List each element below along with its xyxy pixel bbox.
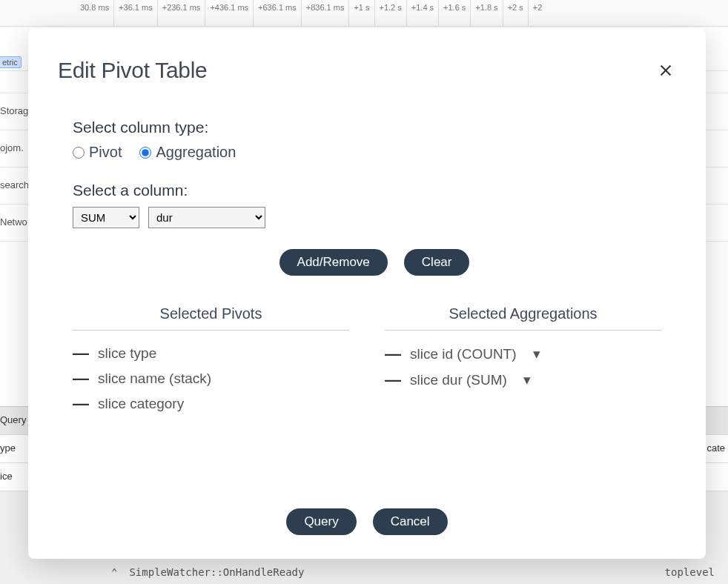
bg-type-label: ype	[0, 442, 16, 454]
clear-button[interactable]: Clear	[404, 249, 470, 276]
remove-icon[interactable]: —	[385, 372, 397, 388]
remove-icon[interactable]: —	[73, 396, 85, 412]
select-column-label: Select a column:	[73, 182, 676, 199]
radio-pivot-label: Pivot	[89, 144, 122, 161]
radio-aggregation-input[interactable]	[139, 147, 151, 159]
edit-pivot-modal: Edit Pivot Table Select column type: Piv…	[28, 28, 706, 559]
pivots-header: Selected Pivots	[73, 305, 349, 331]
pivot-item: — slice name (stack)	[73, 366, 349, 391]
timeline-ruler: 30.8 ms +36.1 ms +236.1 ms +436.1 ms +63…	[0, 0, 728, 27]
remove-icon[interactable]: —	[385, 346, 397, 362]
aggregation-item-label: slice dur (SUM)	[410, 372, 507, 388]
aggregation-item: — slice dur (SUM) ▾	[385, 367, 661, 393]
column-select[interactable]: dur	[148, 207, 265, 228]
pivot-item-label: slice category	[98, 396, 184, 412]
modal-header: Edit Pivot Table	[58, 58, 676, 83]
bg-func-name: SimpleWatcher::OnHandleReady	[129, 566, 304, 578]
ruler-tick: +1.6 s	[438, 0, 470, 26]
selected-pivots-panel: Selected Pivots — slice type — slice nam…	[73, 305, 349, 417]
ruler-tick: +1 s	[348, 0, 374, 26]
ruler-tick: +36.1 ms	[113, 0, 157, 26]
bg-cate-label: cate	[707, 442, 728, 454]
sort-dropdown-icon[interactable]: ▾	[533, 345, 540, 362]
selected-aggregations-panel: Selected Aggregations — slice id (COUNT)…	[385, 305, 661, 417]
pivot-item: — slice type	[73, 341, 349, 366]
ruler-tick: +836.1 ms	[301, 0, 349, 26]
remove-icon[interactable]: —	[73, 371, 85, 387]
close-button[interactable]	[655, 60, 676, 81]
add-remove-button[interactable]: Add/Remove	[279, 249, 388, 276]
modal-title: Edit Pivot Table	[58, 58, 207, 83]
aggregation-select[interactable]: SUM	[73, 207, 139, 228]
bg-bottom-bar: ⌃ SimpleWatcher::OnHandleReady toplevel	[0, 560, 728, 584]
chevron-up-icon: ⌃	[111, 566, 117, 578]
column-type-label: Select column type:	[73, 119, 676, 136]
column-type-radios: Pivot Aggregation	[73, 144, 676, 161]
close-icon	[658, 62, 674, 79]
aggregation-item-label: slice id (COUNT)	[410, 346, 517, 362]
radio-pivot[interactable]: Pivot	[73, 144, 122, 161]
remove-icon[interactable]: —	[73, 345, 85, 362]
pivot-item: — slice category	[73, 391, 349, 417]
bg-metric-chip: etric	[0, 56, 21, 68]
radio-aggregation[interactable]: Aggregation	[139, 144, 236, 161]
ruler-tick: +2 s	[503, 0, 528, 26]
pivot-item-label: slice name (stack)	[98, 371, 211, 387]
ruler-tick: +236.1 ms	[157, 0, 205, 26]
aggregations-header: Selected Aggregations	[385, 305, 661, 331]
radio-aggregation-label: Aggregation	[156, 144, 236, 161]
query-button[interactable]: Query	[286, 508, 356, 535]
sort-dropdown-icon[interactable]: ▾	[523, 371, 531, 388]
ruler-tick: +2	[528, 0, 547, 26]
ruler-tick: +1.2 s	[374, 0, 406, 26]
ruler-tick: +436.1 ms	[205, 0, 253, 26]
ruler-tick: +1.8 s	[470, 0, 502, 26]
cancel-button[interactable]: Cancel	[373, 508, 448, 535]
ruler-tick: 30.8 ms	[0, 0, 113, 26]
radio-pivot-input[interactable]	[73, 147, 85, 159]
pivot-item-label: slice type	[98, 345, 156, 362]
bg-toplevel-label: toplevel	[665, 566, 715, 578]
ruler-tick: +636.1 ms	[253, 0, 301, 26]
ruler-tick: +1.4 s	[406, 0, 438, 26]
aggregation-item: — slice id (COUNT) ▾	[385, 341, 661, 367]
